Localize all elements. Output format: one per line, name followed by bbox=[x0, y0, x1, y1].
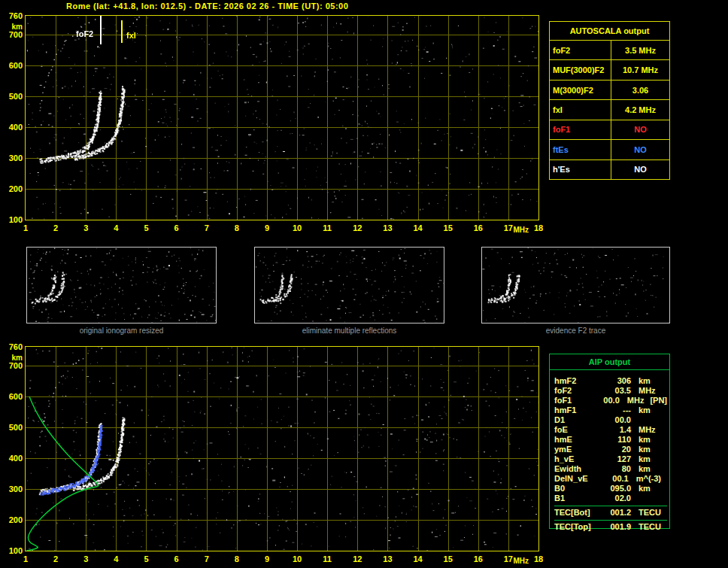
aip-row-name: DelN_vE bbox=[554, 474, 599, 484]
thumbnail-original-ionogram bbox=[26, 247, 217, 323]
x-tick-label: 15 bbox=[444, 554, 453, 563]
x-tick-label: 6 bbox=[174, 223, 179, 232]
y-tick-label: 300 bbox=[9, 153, 23, 163]
aip-row-unit: km bbox=[639, 454, 651, 464]
x-axis-unit-label: MHz bbox=[513, 226, 529, 234]
aip-row-unit: m^(-3) bbox=[636, 474, 661, 484]
aip-row: h_vE127km bbox=[554, 454, 667, 464]
x-tick-label: 17 bbox=[504, 554, 513, 563]
aip-row: hmE110km bbox=[554, 435, 667, 445]
x-tick-label: 17 bbox=[504, 223, 513, 232]
y-tick-label: 500 bbox=[9, 92, 23, 101]
aip-row-name: hmF2 bbox=[554, 376, 601, 386]
autoscala-row-label: foF2 bbox=[550, 41, 611, 59]
x-tick-label: 14 bbox=[413, 554, 422, 563]
autoscala-row-label: foF1 bbox=[550, 120, 611, 139]
autoscala-row-value: 3.06 bbox=[611, 80, 669, 99]
aip-row: hmF1---km bbox=[554, 405, 667, 415]
ionogram-profile-canvas bbox=[26, 347, 538, 551]
x-tick-label: 4 bbox=[114, 223, 118, 232]
y-tick-label: 300 bbox=[9, 484, 23, 494]
thumbnail-eliminate-canvas bbox=[255, 248, 444, 323]
x-tick-label: 8 bbox=[235, 223, 239, 232]
x-tick-label: 7 bbox=[205, 554, 209, 563]
autoscala-row-value: NO bbox=[611, 160, 669, 179]
aip-row-name: B1 bbox=[554, 494, 601, 503]
x-tick-label: 2 bbox=[53, 223, 58, 232]
y-tick-label: 200 bbox=[9, 515, 23, 524]
x-tick-label: 16 bbox=[474, 554, 483, 563]
aip-row-name: foE bbox=[554, 425, 601, 435]
x-tick-label: 5 bbox=[144, 554, 148, 563]
autoscala-row-value: NO bbox=[611, 120, 669, 139]
aip-row: B102.0 bbox=[554, 494, 667, 503]
autoscala-row-value: NO bbox=[611, 140, 669, 159]
x-tick-label: 16 bbox=[474, 223, 483, 232]
aip-table-rows: hmF2306kmfoF203.5MHzfoF100.0MHz[PN]hmF1-… bbox=[550, 370, 669, 532]
aip-row-value: 306 bbox=[601, 376, 631, 386]
x-tick-label: 18 bbox=[534, 223, 543, 232]
ionogram-main-canvas bbox=[26, 16, 538, 220]
autoscala-row: M(3000)F23.06 bbox=[550, 80, 669, 100]
autoscala-table-title: AUTOSCALA output bbox=[550, 22, 669, 41]
aip-row-value: 00.0 bbox=[594, 396, 620, 405]
aip-row-name: TEC[Top] bbox=[554, 522, 601, 532]
x-tick-label: 3 bbox=[83, 223, 88, 232]
aip-tec-separator bbox=[554, 520, 667, 521]
aip-output-table: AIP output hmF2306kmfoF203.5MHzfoF100.0M… bbox=[549, 354, 670, 529]
aip-row-value: 03.5 bbox=[601, 386, 631, 396]
aip-row-unit: km bbox=[639, 445, 651, 454]
aip-row-name: B0 bbox=[554, 484, 601, 494]
thumbnail-evidence-canvas bbox=[482, 248, 669, 323]
aip-row: foF203.5MHz bbox=[554, 386, 667, 396]
x-tick-label: 5 bbox=[144, 223, 148, 232]
aip-row: B0095.0km bbox=[554, 484, 667, 494]
aip-row-name: TEC[Bot] bbox=[554, 508, 601, 518]
aip-row-unit: TECU bbox=[639, 522, 661, 532]
aip-row-value: 095.0 bbox=[601, 484, 631, 494]
aip-row: hmF2306km bbox=[554, 376, 667, 386]
x-axis-labels-bottom: 123456789101112131415161718MHz bbox=[26, 553, 540, 565]
autoscala-row: fxI4.2 MHz bbox=[550, 100, 669, 120]
x-tick-label: 11 bbox=[323, 554, 332, 563]
autoscala-row-value: 3.5 MHz bbox=[611, 41, 669, 59]
aip-row: TEC[Bot]001.2TECU bbox=[554, 508, 667, 518]
autoscala-table-rows: foF23.5 MHzMUF(3000)F210.7 MHzM(3000)F23… bbox=[550, 41, 669, 179]
fxI-marker-label: fxI bbox=[126, 31, 136, 40]
y-tick-label: 100 bbox=[9, 215, 23, 224]
aip-row-unit: km bbox=[639, 484, 651, 494]
autoscala-row-label: MUF(3000)F2 bbox=[550, 60, 611, 79]
y-tick-label: 400 bbox=[9, 454, 23, 463]
aip-row-name: ymE bbox=[554, 445, 601, 454]
thumbnail-eliminate-reflections bbox=[254, 247, 444, 323]
aip-row-value: 1.4 bbox=[601, 425, 631, 435]
x-tick-label: 2 bbox=[53, 554, 58, 563]
aip-row-name: foF1 bbox=[554, 396, 594, 405]
x-tick-label: 6 bbox=[174, 554, 179, 563]
aip-row-unit: TECU bbox=[639, 508, 661, 518]
autoscala-row: MUF(3000)F210.7 MHz bbox=[550, 60, 669, 80]
aip-row-name: hmE bbox=[554, 435, 601, 445]
y-tick-label: 600 bbox=[9, 392, 23, 401]
x-tick-label: 1 bbox=[23, 554, 28, 563]
x-tick-label: 10 bbox=[293, 223, 302, 232]
y-tick-label: 500 bbox=[9, 423, 23, 432]
thumbnail-caption-original: original ionogram resized bbox=[26, 327, 217, 335]
aip-row: DelN_vE00.1m^(-3) bbox=[554, 474, 667, 484]
x-tick-label: 14 bbox=[413, 223, 422, 232]
page-title: Rome (lat: +41.8, lon: 012.5) - DATE: 20… bbox=[66, 2, 348, 11]
x-tick-label: 10 bbox=[293, 554, 302, 563]
autoscala-row: foF1NO bbox=[550, 120, 669, 140]
aip-row-unit: MHz bbox=[627, 396, 645, 405]
aip-row-unit: km bbox=[639, 376, 651, 386]
aip-row-value: 20 bbox=[601, 445, 631, 454]
foF2-marker-label: foF2 bbox=[76, 29, 93, 38]
x-axis-labels-top: 123456789101112131415161718MHz bbox=[26, 222, 540, 234]
aip-row-value: 00.0 bbox=[601, 415, 631, 425]
autoscala-output-table: AUTOSCALA output foF23.5 MHzMUF(3000)F21… bbox=[549, 21, 670, 180]
x-tick-label: 12 bbox=[353, 554, 362, 563]
y-tick-label: 200 bbox=[9, 184, 23, 193]
aip-row: foF100.0MHz[PN] bbox=[554, 396, 667, 405]
aip-row-value: 110 bbox=[601, 435, 631, 445]
x-tick-label: 7 bbox=[205, 223, 209, 232]
